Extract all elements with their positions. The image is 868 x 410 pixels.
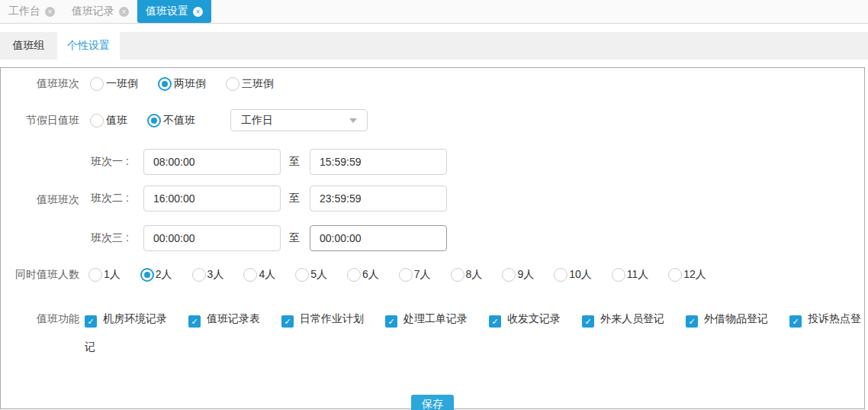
duty-function-checkbox-item[interactable]: ✓收发文记录 [489, 312, 561, 324]
staff-count-option-label: 4人 [259, 268, 275, 282]
shift-time-rows: 班次一 :至班次二 :至班次三 :至 [79, 149, 864, 251]
staff-count-option-label: 2人 [156, 268, 172, 282]
checkbox-checked-icon[interactable]: ✓ [188, 315, 201, 328]
staff-count-option[interactable]: 12人 [668, 268, 706, 282]
holiday-duty-option[interactable]: 值班 [90, 114, 127, 128]
radio-dot [151, 118, 157, 124]
tab-close-icon[interactable]: × [119, 7, 129, 17]
duty-function-checkbox-item[interactable]: ✓机房环境记录 [85, 312, 167, 324]
shift-row-label: 班次一 : [91, 155, 143, 169]
duty-function-checkbox-item[interactable]: ✓处理工单记录 [385, 312, 468, 324]
staff-count-option[interactable]: 6人 [347, 268, 379, 282]
staff-count-row: 同时值班人数 1人2人3人4人5人6人7人8人9人10人11人12人 [1, 268, 864, 282]
staff-count-option[interactable]: 3人 [192, 268, 224, 282]
staff-count-option[interactable]: 9人 [502, 268, 534, 282]
sub-tab-label: 值班组 [13, 39, 45, 53]
duty-function-label: 值班记录表 [207, 312, 260, 324]
staff-count-option[interactable]: 11人 [612, 268, 649, 282]
radio-dot [162, 81, 168, 87]
checkbox-checked-icon[interactable]: ✓ [85, 315, 97, 328]
duty-function-checkbox-item[interactable]: ✓外借物品登记 [686, 312, 768, 324]
duty-functions-label: 值班功能 [1, 306, 79, 331]
shift-mode-option[interactable]: 两班倒 [158, 77, 206, 91]
shift-end-time-input[interactable] [310, 225, 447, 251]
day-type-select[interactable]: 工作日 [230, 109, 368, 131]
staff-count-option-label: 10人 [569, 268, 592, 282]
duty-function-label: 外借物品登记 [704, 312, 768, 324]
staff-count-option-label: 9人 [517, 268, 534, 282]
window-tab[interactable]: 值班记录× [63, 0, 137, 23]
radio-icon [451, 268, 465, 282]
shift-mode-option-label: 三班倒 [242, 77, 274, 91]
checkbox-checked-icon[interactable]: ✓ [281, 315, 294, 328]
duty-functions-checkbox-group: ✓机房环境记录✓值班记录表✓日常作业计划✓处理工单记录✓收发文记录✓外来人员登记… [85, 306, 864, 387]
staff-count-option[interactable]: 7人 [399, 268, 431, 282]
window-tab[interactable]: 工作台× [0, 0, 63, 23]
tab-close-icon[interactable]: × [45, 7, 55, 17]
shift-start-time-input[interactable] [143, 225, 281, 251]
shift-mode-row: 值班班次 一班倒两班倒三班倒 [1, 77, 864, 91]
checkbox-checked-icon[interactable]: ✓ [489, 315, 501, 328]
sub-tab[interactable]: 值班组 [0, 32, 57, 60]
sub-tab[interactable]: 个性设置 [57, 32, 120, 60]
staff-count-option-label: 8人 [466, 268, 483, 282]
duty-function-label: 机房环境记录 [103, 312, 167, 324]
radio-icon [554, 268, 567, 282]
duty-function-label-wrap: 记 [85, 334, 864, 359]
staff-count-option[interactable]: 4人 [243, 268, 275, 282]
duty-function-label: 处理工单记录 [403, 312, 468, 324]
radio-dot [144, 272, 150, 278]
staff-count-option-label: 11人 [627, 268, 649, 282]
radio-icon [347, 268, 361, 282]
duty-function-label: 投诉热点登 [808, 312, 861, 324]
checkbox-checked-icon[interactable]: ✓ [385, 315, 397, 328]
radio-icon [192, 268, 206, 282]
duty-function-checkbox-item[interactable]: ✓值班记录表 [188, 312, 260, 324]
holiday-duty-row: 节假日值班 值班不值班 工作日 [1, 109, 864, 131]
window-tab-label: 值班设置 [146, 5, 188, 18]
save-button[interactable]: 保存 [411, 395, 454, 410]
radio-icon [90, 77, 104, 91]
shift-mode-option[interactable]: 一班倒 [90, 77, 138, 91]
radio-icon [140, 268, 154, 282]
staff-count-option-label: 6人 [362, 268, 379, 282]
radio-icon [399, 268, 413, 282]
staff-count-option-label: 5人 [310, 268, 327, 282]
tab-close-icon[interactable]: × [193, 7, 203, 17]
shift-mode-option[interactable]: 三班倒 [226, 77, 274, 91]
radio-icon [226, 77, 240, 91]
staff-count-option[interactable]: 10人 [554, 268, 592, 282]
holiday-duty-option[interactable]: 不值班 [147, 114, 195, 128]
shift-start-time-input[interactable] [143, 149, 281, 175]
shift-mode-option-label: 一班倒 [106, 77, 138, 91]
shift-mode-radio-group: 一班倒两班倒三班倒 [90, 77, 294, 91]
duty-function-label: 收发文记录 [507, 312, 561, 324]
shift-times-label: 值班班次 [1, 193, 79, 207]
staff-count-option[interactable]: 5人 [295, 268, 327, 282]
staff-count-radio-group: 1人2人3人4人5人6人7人8人9人10人11人12人 [88, 268, 726, 282]
checkbox-checked-icon[interactable]: ✓ [582, 315, 594, 328]
staff-count-option-label: 1人 [104, 268, 121, 282]
radio-icon [90, 114, 104, 128]
duty-function-checkbox-item[interactable]: ✓外来人员登记 [582, 312, 664, 324]
shift-start-time-input[interactable] [143, 186, 281, 211]
duty-functions-row: 值班功能 ✓机房环境记录✓值班记录表✓日常作业计划✓处理工单记录✓收发文记录✓外… [1, 306, 864, 387]
radio-icon [502, 268, 516, 282]
staff-count-option[interactable]: 8人 [451, 268, 483, 282]
window-tab-label: 工作台 [8, 5, 40, 18]
holiday-duty-label: 节假日值班 [1, 114, 79, 128]
staff-count-option-label: 7人 [414, 268, 431, 282]
staff-count-option[interactable]: 1人 [88, 268, 121, 282]
window-tab-bar: 工作台×值班记录×值班设置× [0, 0, 868, 24]
shift-end-time-input[interactable] [310, 186, 447, 211]
shift-times-group: 值班班次 班次一 :至班次二 :至班次三 :至 [1, 149, 864, 251]
window-tab[interactable]: 值班设置× [137, 0, 211, 23]
save-row: 保存 [1, 395, 864, 410]
day-type-select-value: 工作日 [241, 114, 349, 128]
shift-end-time-input[interactable] [310, 149, 447, 175]
duty-function-checkbox-item[interactable]: ✓日常作业计划 [281, 312, 364, 324]
checkbox-checked-icon[interactable]: ✓ [789, 315, 802, 328]
staff-count-option[interactable]: 2人 [140, 268, 172, 282]
settings-form-panel: 值班班次 一班倒两班倒三班倒 节假日值班 值班不值班 工作日 值班班次 班次一 … [0, 67, 865, 409]
checkbox-checked-icon[interactable]: ✓ [686, 315, 698, 328]
